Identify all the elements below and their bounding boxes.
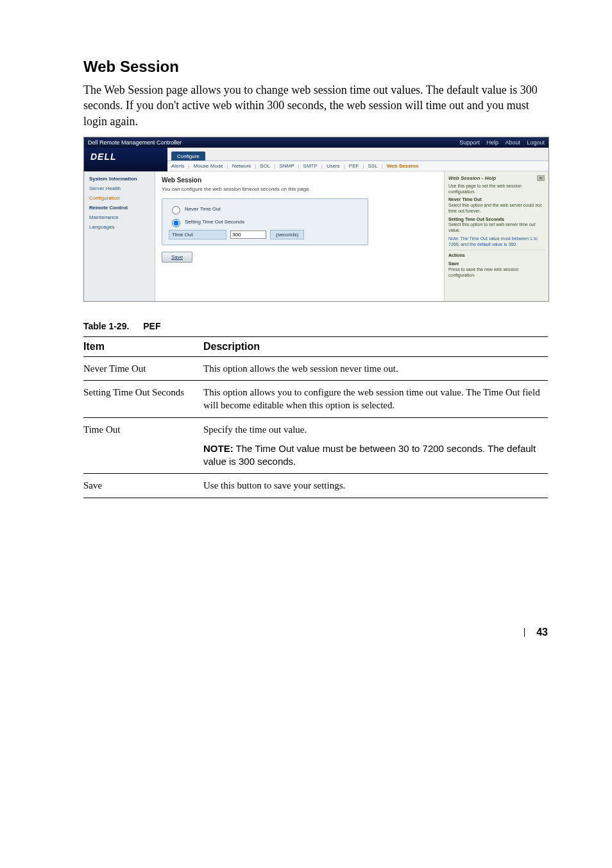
table-row: Setting Time Out Seconds This option all…: [83, 381, 548, 418]
subtab-network[interactable]: Network: [232, 163, 251, 169]
cell-item: Time Out: [83, 417, 203, 437]
help-setting: Setting Time Out Seconds Select this opt…: [448, 217, 545, 234]
table-header-row: Item Description: [83, 336, 548, 356]
nav-server-health[interactable]: Server Health: [84, 184, 155, 193]
link-about[interactable]: About: [505, 139, 520, 146]
link-logout[interactable]: Logout: [527, 139, 545, 146]
table-caption-number: Table 1-29.: [83, 321, 129, 331]
subtab-mouse-mode[interactable]: Mouse Mode: [194, 163, 223, 169]
primary-tabs: Configure: [167, 148, 548, 161]
cell-desc: Specify the time out value.: [203, 417, 548, 437]
tabs-area: Configure Alerts| Mouse Mode| Network| S…: [167, 148, 548, 171]
table-caption: Table 1-29. PEF: [83, 321, 548, 331]
dell-logo: DELL: [84, 148, 167, 171]
cell-item: [83, 437, 203, 474]
radio-setting-label: Setting Time Out Seconds: [185, 219, 244, 225]
help-divider: [448, 250, 545, 250]
note-label: NOTE:: [203, 443, 234, 454]
subtab-web-session[interactable]: Web Session: [387, 163, 419, 169]
section-lead: The Web Session page allows you to chang…: [83, 82, 548, 129]
top-strip: DELL Configure Alerts| Mouse Mode| Netwo…: [84, 148, 548, 171]
radio-setting-time-out[interactable]: Setting Time Out Seconds: [169, 217, 361, 227]
cell-item: Setting Time Out Seconds: [83, 381, 203, 418]
page-footer: 43: [83, 627, 548, 638]
cell-desc: This option allows the web session never…: [203, 356, 548, 380]
close-icon[interactable]: ×: [537, 175, 545, 181]
help-title-row: Web Session - Help ×: [448, 175, 545, 181]
cell-desc: Use this button to save your settings.: [203, 474, 548, 498]
table-row: Never Time Out This option allows the we…: [83, 356, 548, 380]
help-intro: Use this page to set the web session con…: [448, 184, 545, 195]
table-caption-title: PEF: [143, 321, 160, 331]
subtab-smtp[interactable]: SMTP: [303, 163, 318, 169]
help-save-body: Press to save the new web session config…: [448, 267, 518, 277]
help-panel: Web Session - Help × Use this page to se…: [444, 171, 548, 301]
timeout-row: Time Out (seconds): [169, 230, 361, 239]
radio-never-input[interactable]: [172, 206, 180, 214]
help-actions: Actions: [448, 253, 545, 259]
link-support[interactable]: Support: [459, 139, 480, 146]
definitions-table: Item Description Never Time Out This opt…: [83, 336, 548, 498]
nav-languages[interactable]: Languages: [84, 222, 155, 232]
embedded-screenshot: Dell Remote Management Controller Suppor…: [83, 137, 549, 302]
section-title: Web Session: [83, 58, 548, 76]
help-save: Save Press to save the new web session c…: [448, 261, 545, 278]
nav-maintenance[interactable]: Maintenance: [84, 213, 155, 222]
help-setting-body: Select this option to set web server tim…: [448, 222, 535, 232]
cell-item: Save: [83, 474, 203, 498]
subtab-pef[interactable]: PEF: [349, 163, 359, 169]
help-note: Note: The Time Out value must between 1 …: [448, 236, 545, 248]
nav-configuration[interactable]: Configuration: [84, 193, 155, 203]
help-never-body: Select this option and the web server co…: [448, 203, 541, 213]
save-button[interactable]: Save: [162, 252, 192, 263]
window-titlebar: Dell Remote Management Controller Suppor…: [84, 137, 548, 148]
timeout-input[interactable]: [230, 230, 266, 239]
help-save-heading: Save: [448, 261, 545, 267]
link-help[interactable]: Help: [486, 139, 498, 146]
help-title: Web Session - Help: [448, 175, 496, 181]
th-description: Description: [203, 336, 548, 356]
footer-divider: [524, 628, 525, 637]
subtab-snmp[interactable]: SNMP: [279, 163, 294, 169]
timeout-unit: (seconds): [270, 230, 304, 239]
document-page: Web Session The Web Session page allows …: [0, 0, 612, 677]
help-never: Never Time Out Select this option and th…: [448, 197, 545, 214]
page-number: 43: [536, 627, 548, 638]
th-item: Item: [83, 336, 203, 356]
tab-configure[interactable]: Configure: [171, 152, 205, 161]
sub-tabs: Alerts| Mouse Mode| Network| SOL| SNMP| …: [167, 161, 548, 171]
cell-desc: This option allows you to configure the …: [203, 381, 548, 418]
note-text: The Time Out value must be between 30 to…: [203, 443, 536, 467]
help-never-heading: Never Time Out: [448, 197, 545, 203]
nav-system-information[interactable]: System Information: [84, 174, 155, 184]
timeout-form: Never Time Out Setting Time Out Seconds …: [162, 198, 368, 245]
help-setting-heading: Setting Time Out Seconds: [448, 217, 545, 223]
center-panel: Web Session You can configure the web se…: [155, 171, 444, 301]
panel-desc: You can configure the web session timeou…: [162, 186, 438, 192]
left-nav: System Information Server Health Configu…: [84, 171, 155, 301]
subtab-alerts[interactable]: Alerts: [171, 163, 184, 169]
cell-desc: NOTE: The Time Out value must be between…: [203, 437, 548, 474]
panel-heading: Web Session: [162, 177, 438, 184]
timeout-label: Time Out: [169, 230, 226, 239]
radio-never-label: Never Time Out: [185, 206, 221, 212]
titlebar-links: Support Help About Logout: [454, 139, 545, 146]
window-title: Dell Remote Management Controller: [88, 139, 182, 146]
subtab-ssl[interactable]: SSL: [368, 163, 378, 169]
table-row: NOTE: The Time Out value must be between…: [83, 437, 548, 474]
radio-never-time-out[interactable]: Never Time Out: [169, 204, 361, 214]
subtab-sol[interactable]: SOL: [260, 163, 270, 169]
radio-setting-input[interactable]: [172, 219, 180, 227]
screenshot-body: System Information Server Health Configu…: [84, 171, 548, 301]
cell-item: Never Time Out: [83, 356, 203, 380]
help-actions-heading: Actions: [448, 253, 545, 259]
table-row: Save Use this button to save your settin…: [83, 474, 548, 498]
table-row: Time Out Specify the time out value.: [83, 417, 548, 437]
nav-remote-control[interactable]: Remote Control: [84, 203, 155, 213]
subtab-users[interactable]: Users: [327, 163, 340, 169]
